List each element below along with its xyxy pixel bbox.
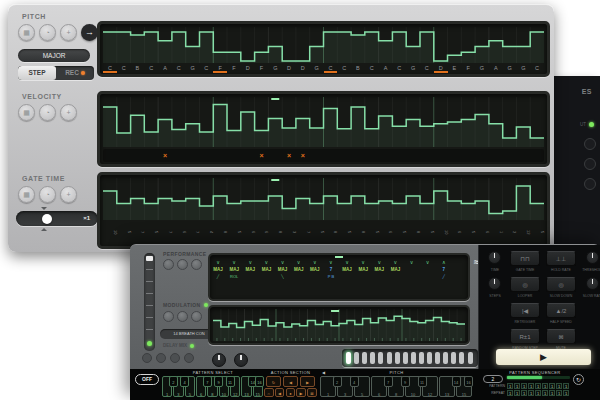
touch-slider-handle[interactable] [387, 352, 392, 364]
grid-icon[interactable]: ▦ [18, 186, 35, 203]
touch-slider-handle[interactable] [362, 352, 367, 364]
mute-slot[interactable] [186, 149, 200, 162]
chord-step[interactable]: ∨MAJ [371, 259, 387, 280]
action-key[interactable]: ⊠ [307, 388, 317, 397]
chord-step[interactable]: ∨ [420, 259, 436, 280]
action-key[interactable]: ∩ [264, 388, 274, 397]
aux-button[interactable] [142, 353, 152, 363]
patseq-cell[interactable]: 1 [535, 390, 541, 396]
patseq-cell[interactable]: 1 [549, 390, 555, 396]
chord-step-display[interactable]: ∨MAJ╱∨MAJROL∨MAJ∨MAJ∨MAJ╲∨MAJ∨MAJ∨7P B∨M… [208, 253, 470, 301]
patseq-cell[interactable]: 1 [528, 383, 534, 389]
knob-threshold[interactable] [586, 251, 599, 264]
mute-slot[interactable] [199, 149, 213, 162]
chord-step[interactable]: ∨MAJ╲ [275, 259, 291, 280]
level-fader[interactable] [144, 253, 155, 351]
gate-step-display[interactable]: 10575767485668375858565851065612125 [97, 172, 550, 249]
knob-time[interactable] [488, 251, 501, 264]
dpad-icon[interactable]: + [60, 104, 77, 121]
mute-slot[interactable] [434, 149, 448, 162]
key-2[interactable]: 2 [333, 376, 342, 387]
touch-slider-handle[interactable] [346, 352, 351, 364]
chord-step[interactable]: ∨MAJ╱ [210, 259, 226, 280]
mute-slot[interactable] [489, 149, 503, 162]
pitch-step-chart[interactable] [103, 27, 544, 63]
max-knob[interactable] [234, 353, 248, 367]
time-icon[interactable]: ◔ [39, 24, 56, 41]
patseq-cell[interactable]: 1 [521, 383, 527, 389]
patseq-cell[interactable]: 1 [521, 390, 527, 396]
patseq-cell[interactable]: 1 [542, 383, 548, 389]
knob-slow-rate[interactable] [586, 277, 599, 290]
step-mode-button[interactable]: STEP [18, 66, 56, 80]
key-11[interactable]: 11 [418, 376, 427, 387]
touch-slider-handle[interactable] [427, 352, 432, 364]
pattern-number[interactable]: 2 [483, 375, 503, 383]
grid-icon[interactable]: ▦ [18, 104, 35, 121]
mute-slot[interactable] [379, 149, 393, 162]
mute-slot[interactable] [365, 149, 379, 162]
performance-button[interactable] [163, 259, 174, 270]
mute-slot[interactable] [117, 149, 131, 162]
min-knob[interactable] [212, 353, 226, 367]
mute-x-mark[interactable]: × [282, 149, 296, 162]
gate-multiplier-slider[interactable]: ×1 [16, 211, 98, 226]
chord-step[interactable]: ∨7P B [323, 259, 339, 280]
touch-slider-handle[interactable] [468, 352, 473, 364]
key-11[interactable]: 11 [226, 376, 235, 387]
modulation-step-chart[interactable] [213, 309, 465, 341]
mute-slot[interactable] [351, 149, 365, 162]
key-9[interactable]: 9 [214, 376, 223, 387]
mute-x-mark[interactable]: × [255, 149, 269, 162]
mute-x-mark[interactable]: × [158, 149, 172, 162]
synth-knob[interactable] [584, 178, 596, 190]
knob-steps[interactable] [488, 277, 501, 290]
synth-knob[interactable] [584, 158, 596, 170]
key-7[interactable]: 7 [384, 376, 393, 387]
aux-button[interactable] [156, 353, 166, 363]
action-key[interactable]: ◀ [283, 376, 298, 387]
rec-mode-button[interactable]: REC [56, 66, 94, 80]
mute-row[interactable]: ×××× [103, 149, 544, 162]
touch-slider-handle[interactable] [403, 352, 408, 364]
mute-slot[interactable] [406, 149, 420, 162]
touch-slider-handle[interactable] [443, 352, 448, 364]
mute-slot[interactable] [324, 149, 338, 162]
chord-step[interactable]: ∨MAJ [355, 259, 371, 280]
touch-slider-handle[interactable] [370, 352, 375, 364]
touch-slider-handle[interactable] [354, 352, 359, 364]
mute-slot[interactable] [172, 149, 186, 162]
action-key[interactable]: ↻ [266, 376, 281, 387]
modulation-step-display[interactable] [208, 305, 470, 345]
play-button[interactable]: ▶ [496, 349, 591, 365]
modulation-button[interactable] [163, 311, 174, 322]
patseq-cell[interactable]: 1 [514, 390, 520, 396]
mute-slot[interactable] [268, 149, 282, 162]
patseq-cell[interactable]: 1 [556, 383, 562, 389]
touch-slider-handle[interactable] [378, 352, 383, 364]
slider-knob[interactable] [42, 214, 52, 224]
patseq-cell[interactable]: 1 [528, 390, 534, 396]
gate-step-chart[interactable] [103, 178, 544, 220]
key-7[interactable]: 7 [203, 376, 212, 387]
mute-slot[interactable] [516, 149, 530, 162]
mute-slot[interactable] [503, 149, 517, 162]
touch-slider-handle[interactable] [459, 352, 464, 364]
gate-time-button[interactable]: ⊓⊓ [510, 251, 540, 266]
patseq-cell[interactable]: 1 [556, 390, 562, 396]
touch-slider-handle[interactable] [395, 352, 400, 364]
patseq-cell[interactable]: 1 [542, 390, 548, 396]
chord-step[interactable]: ∨MAJ [242, 259, 258, 280]
key-16[interactable]: 16 [464, 376, 473, 387]
mute-slot[interactable] [144, 149, 158, 162]
chord-step[interactable]: ∨MAJROL [226, 259, 242, 280]
delay-mix-row[interactable]: DELAY MIX [163, 343, 194, 348]
half-speed-button[interactable]: ▲/2 [546, 303, 576, 318]
mute-slot[interactable] [530, 149, 544, 162]
arrow-right-icon[interactable]: → [81, 24, 98, 41]
modulation-button[interactable] [177, 311, 188, 322]
action-key[interactable]: ▶ [300, 376, 315, 387]
mute-slot[interactable] [131, 149, 145, 162]
mute-slot[interactable] [392, 149, 406, 162]
mute-slot[interactable] [448, 149, 462, 162]
